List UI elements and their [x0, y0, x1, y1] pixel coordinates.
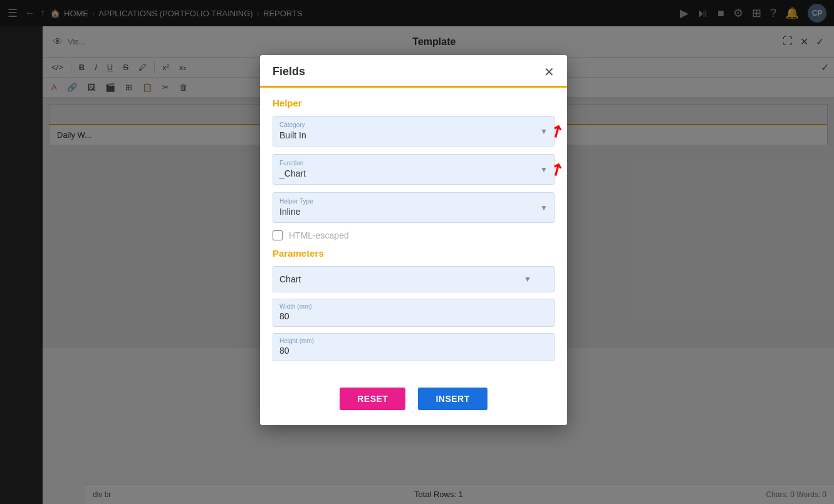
helper-type-label: Helper Type — [279, 198, 531, 205]
modal-close-button[interactable]: ✕ — [544, 66, 555, 78]
chart-select-value: Chart — [279, 274, 301, 284]
helper-section-label: Helper — [273, 98, 555, 108]
height-value: 80 — [279, 346, 548, 356]
width-field-wrap[interactable]: Width (mm) 80 — [273, 299, 555, 327]
category-label: Category — [279, 121, 531, 128]
html-escaped-row: HTML-escaped — [273, 230, 555, 240]
function-label: Function — [279, 160, 531, 167]
modal-title: Fields — [273, 65, 305, 78]
function-group: Function _Chart ▼ ↗ — [273, 154, 555, 185]
helper-type-value: Inline — [279, 207, 300, 217]
function-field[interactable]: Function _Chart ▼ — [273, 154, 555, 185]
html-escaped-label: HTML-escaped — [289, 230, 349, 240]
width-label: Width (mm) — [279, 303, 548, 310]
chart-dropdown-arrow[interactable]: ▼ — [524, 275, 531, 284]
width-value: 80 — [279, 311, 548, 321]
category-group: Category Built In ▼ ↗ — [273, 116, 555, 147]
chart-select-field[interactable]: Chart ▼ — [273, 266, 555, 292]
html-escaped-checkbox[interactable] — [273, 230, 283, 240]
height-label: Height (mm) — [279, 337, 548, 344]
height-field-wrap[interactable]: Height (mm) 80 — [273, 333, 555, 361]
fields-modal: Fields ✕ Helper Category Built In ▼ ↗ Fu… — [260, 55, 567, 425]
function-value: _Chart — [279, 168, 306, 178]
category-value: Built In — [279, 130, 306, 140]
modal-footer: RESET INSERT — [260, 378, 567, 410]
parameters-label: Parameters — [273, 248, 555, 259]
insert-button[interactable]: INSERT — [418, 388, 487, 410]
modal-body: Helper Category Built In ▼ ↗ Function _C… — [260, 88, 567, 378]
helper-type-dropdown-arrow[interactable]: ▼ — [540, 203, 548, 212]
helper-type-field[interactable]: Helper Type Inline ▼ — [273, 192, 555, 223]
parameters-section: Parameters Chart ▼ Width (mm) 80 Height … — [273, 248, 555, 361]
modal-header: Fields ✕ — [260, 55, 567, 88]
reset-button[interactable]: RESET — [340, 388, 405, 410]
category-field[interactable]: Category Built In ▼ — [273, 116, 555, 147]
helper-type-group: Helper Type Inline ▼ — [273, 192, 555, 223]
